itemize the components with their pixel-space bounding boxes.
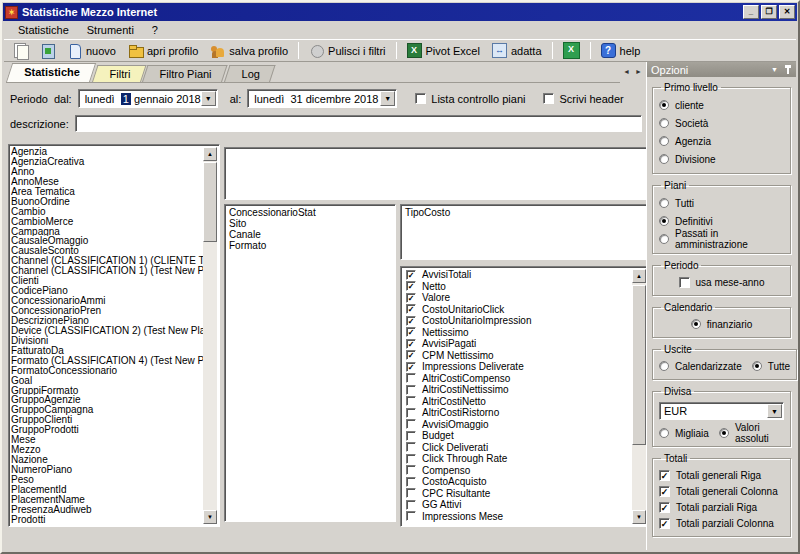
measure-item[interactable]: AvvisiTotali <box>403 269 631 281</box>
measure-item[interactable]: CPC Risultante <box>403 488 631 500</box>
chevron-down-icon[interactable]: ▼ <box>380 91 395 106</box>
radio-option[interactable]: cliente <box>659 96 784 114</box>
scroll-down-icon[interactable]: ▼ <box>632 510 646 524</box>
salva-profilo-button[interactable]: salva profilo <box>205 40 293 61</box>
scroll-up-icon[interactable]: ▲ <box>632 269 646 283</box>
checkbox-box[interactable] <box>659 486 670 497</box>
list-item[interactable]: PlacementName <box>11 495 203 505</box>
tab[interactable]: Log <box>224 65 276 82</box>
checkbox-box[interactable] <box>406 316 416 326</box>
divisa-select[interactable]: EUR ▼ <box>659 402 784 420</box>
list-item[interactable]: GruppoCampagna <box>11 405 203 415</box>
selected-rows-listbox[interactable]: ConcessionarioStatSitoCanaleFormato <box>224 204 396 522</box>
list-item[interactable]: GruppoProdotti <box>11 425 203 435</box>
checkbox-box[interactable] <box>406 339 416 349</box>
measure-item[interactable]: CostoAcquisto <box>403 476 631 488</box>
tab[interactable]: Statistiche <box>6 63 96 82</box>
measure-item[interactable]: Budget <box>403 430 631 442</box>
measure-item[interactable]: Click Through Rate <box>403 453 631 465</box>
radio-button[interactable] <box>659 100 669 110</box>
list-item[interactable]: CausaleOmaggio <box>11 236 203 246</box>
checkbox-box[interactable] <box>406 373 416 383</box>
radio-button[interactable] <box>659 118 669 128</box>
copy-button[interactable] <box>8 40 33 61</box>
list-item[interactable]: GruppiFormato <box>11 386 203 396</box>
list-item[interactable]: Anno <box>11 167 203 177</box>
checkbox-box[interactable] <box>406 350 416 360</box>
pin-icon[interactable] <box>784 65 792 74</box>
fields-scrollbar[interactable]: ▲ ▼ <box>203 147 217 524</box>
measure-item[interactable]: Compenso <box>403 465 631 477</box>
radio-option[interactable]: Calendarizzate <box>659 358 742 374</box>
list-item[interactable]: Channel (CLASSIFICATION 1) (CLIENTE TRE) <box>11 256 203 266</box>
list-item[interactable]: Area Tematica <box>11 187 203 197</box>
radio-button[interactable] <box>659 361 669 371</box>
list-item[interactable]: Sito <box>229 218 391 229</box>
measure-item[interactable]: Click Deliverati <box>403 442 631 454</box>
checkbox-option[interactable]: Totali generali Colonna <box>659 483 784 499</box>
scroll-down-icon[interactable]: ▼ <box>203 510 217 524</box>
adatta-button[interactable]: ↔ adatta <box>487 40 547 61</box>
radio-button[interactable] <box>691 319 701 329</box>
paste-button[interactable] <box>35 40 60 61</box>
menu-item[interactable]: Statistiche <box>10 23 77 37</box>
checkbox-box[interactable] <box>406 304 416 314</box>
excel-export-button[interactable]: X <box>558 40 585 61</box>
close-button[interactable]: ✕ <box>779 5 795 19</box>
checkbox-box[interactable] <box>659 518 670 529</box>
checkbox-box[interactable] <box>406 454 416 464</box>
checkbox-box[interactable] <box>406 270 416 280</box>
checkbox-box[interactable] <box>406 327 416 337</box>
list-item[interactable]: Canale <box>229 229 391 240</box>
list-item[interactable]: Formato <box>229 240 391 251</box>
list-item[interactable]: Device (CLASSIFICATION 2) (Test New Plan… <box>11 326 203 336</box>
list-item[interactable]: ConcessionarioStat <box>229 207 391 218</box>
minimize-button[interactable]: _ <box>743 5 759 19</box>
radio-option[interactable]: Tutti <box>659 194 784 212</box>
radio-button[interactable] <box>659 428 669 438</box>
list-item[interactable]: Nazione <box>11 455 203 465</box>
measure-item[interactable]: Impressions Deliverate <box>403 361 631 373</box>
measure-item[interactable]: Netto <box>403 281 631 293</box>
tab[interactable]: Filtro Piani <box>142 65 227 82</box>
list-item[interactable]: Clienti <box>11 276 203 286</box>
list-item[interactable]: Campagna <box>11 227 203 237</box>
checkbox-option[interactable]: Totali parziali Colonna <box>659 515 784 531</box>
tab-scroll-left-icon[interactable]: ◄ <box>621 67 632 78</box>
radio-option[interactable]: Passati in amministrazione <box>659 230 784 248</box>
list-item[interactable]: Divisioni <box>11 336 203 346</box>
pivot-excel-button[interactable]: X Pivot Excel <box>402 40 485 61</box>
measure-item[interactable]: CostoUnitarioImpression <box>403 315 631 327</box>
list-item[interactable]: AnnoMese <box>11 177 203 187</box>
list-item[interactable]: PlacementId <box>11 485 203 495</box>
list-item[interactable]: FatturatoDa <box>11 346 203 356</box>
measure-item[interactable]: AvvisiOmaggio <box>403 419 631 431</box>
list-item[interactable]: CambioMerce <box>11 217 203 227</box>
checkbox-box[interactable] <box>406 385 416 395</box>
list-item[interactable]: GruppoClienti <box>11 415 203 425</box>
list-item[interactable]: PresenzaAudiweb <box>11 505 203 515</box>
list-item[interactable]: Prodotti <box>11 515 203 524</box>
measure-item[interactable]: AltriCostiNetto <box>403 396 631 408</box>
maximize-button[interactable]: ❐ <box>761 5 777 19</box>
checkbox-box[interactable] <box>415 93 426 104</box>
list-item[interactable]: CodicePiano <box>11 286 203 296</box>
list-item[interactable]: TipoCosto <box>405 207 644 218</box>
radio-button[interactable] <box>659 216 669 226</box>
measure-item[interactable]: CostoUnitarioClick <box>403 304 631 316</box>
checkbox-box[interactable] <box>679 277 690 288</box>
list-item[interactable]: FormatoConcessionario <box>11 366 203 376</box>
measure-item[interactable]: AltriCostiCompenso <box>403 373 631 385</box>
checkbox-box[interactable] <box>406 281 416 291</box>
radio-button[interactable] <box>659 198 669 208</box>
checkbox-option[interactable]: Totali generali Riga <box>659 467 784 483</box>
list-item[interactable]: Channel (CLASSIFICATION 1) (Test New Pla… <box>11 266 203 276</box>
checkbox-box[interactable] <box>406 419 416 429</box>
radio-button[interactable] <box>659 154 669 164</box>
checkbox-box[interactable] <box>406 408 416 418</box>
radio-option[interactable]: Divisione <box>659 150 784 168</box>
measure-item[interactable]: AltriCostiRistorno <box>403 407 631 419</box>
list-item[interactable]: BuonoOrdine <box>11 197 203 207</box>
radio-option[interactable]: Società <box>659 114 784 132</box>
checkbox-box[interactable] <box>406 293 416 303</box>
